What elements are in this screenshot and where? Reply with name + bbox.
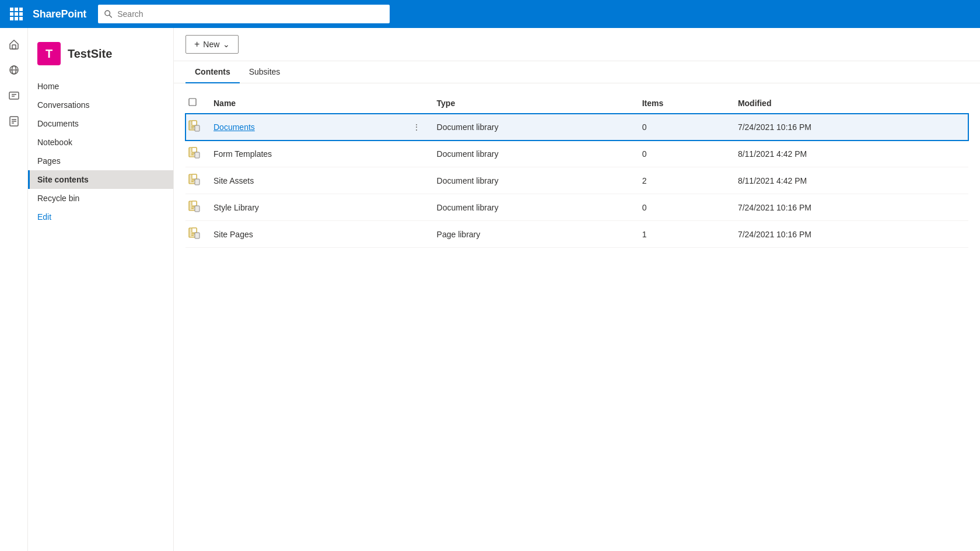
row-type: Document library	[430, 167, 635, 194]
row-items: 1	[635, 221, 731, 248]
row-type-icon	[186, 141, 206, 167]
row-modified: 7/24/2021 10:16 PM	[731, 194, 968, 221]
svg-rect-37	[195, 206, 200, 212]
chevron-down-icon: ⌄	[223, 40, 230, 49]
col-name: Name	[206, 93, 403, 114]
table-row[interactable]: Site AssetsDocument library28/11/2021 4:…	[186, 167, 968, 194]
row-type: Document library	[430, 141, 635, 167]
topbar: SharePoint	[0, 0, 980, 28]
col-items: Items	[635, 93, 731, 114]
table-area: Name Type Items Modified Documents⋮Docum…	[174, 83, 980, 551]
row-actions[interactable]	[403, 221, 430, 248]
waffle-button[interactable]	[7, 5, 26, 23]
row-actions[interactable]	[403, 141, 430, 167]
search-icon	[104, 9, 113, 19]
new-label: New	[203, 40, 219, 49]
row-name[interactable]: Documents	[206, 114, 403, 141]
left-nav: T TestSite Home Conversations Documents …	[28, 28, 174, 551]
row-items: 2	[635, 167, 731, 194]
svg-rect-16	[192, 121, 197, 125]
site-logo: T	[37, 42, 61, 65]
row-type-icon	[186, 167, 206, 194]
search-box[interactable]	[98, 5, 390, 23]
row-name[interactable]: Style Library	[206, 194, 403, 221]
row-type-icon	[186, 221, 206, 248]
nav-item-documents[interactable]: Documents	[28, 114, 173, 133]
sites-rail-icon[interactable]	[2, 58, 26, 82]
row-type: Document library	[430, 114, 635, 141]
svg-rect-22	[192, 148, 197, 152]
row-items: 0	[635, 141, 731, 167]
table-row[interactable]: Style LibraryDocument library07/24/2021 …	[186, 194, 968, 221]
svg-rect-6	[9, 92, 19, 99]
nav-item-home[interactable]: Home	[28, 77, 173, 96]
col-actions	[403, 93, 430, 114]
row-name[interactable]: Form Templates	[206, 141, 403, 167]
news-rail-icon[interactable]	[2, 84, 26, 107]
row-type: Document library	[430, 194, 635, 221]
site-title: TestSite	[68, 47, 112, 61]
svg-rect-40	[192, 228, 197, 233]
col-icon	[186, 93, 206, 114]
nav-item-conversations[interactable]: Conversations	[28, 96, 173, 114]
tabs-bar: Contents Subsites	[174, 61, 980, 83]
row-name[interactable]: Site Pages	[206, 221, 403, 248]
nav-item-pages[interactable]: Pages	[28, 152, 173, 170]
nav-item-site-contents[interactable]: Site contents	[28, 170, 173, 189]
svg-rect-28	[192, 174, 197, 179]
row-actions[interactable]	[403, 167, 430, 194]
row-items: 0	[635, 114, 731, 141]
table-row[interactable]: Site PagesPage library17/24/2021 10:16 P…	[186, 221, 968, 248]
nav-item-edit[interactable]: Edit	[28, 208, 173, 226]
site-header: T TestSite	[28, 33, 173, 77]
nav-item-recycle-bin[interactable]: Recycle bin	[28, 189, 173, 208]
home-rail-icon[interactable]	[2, 33, 26, 56]
svg-rect-34	[192, 201, 197, 206]
svg-rect-43	[195, 233, 200, 238]
contents-table: Name Type Items Modified Documents⋮Docum…	[186, 93, 968, 248]
app-logo: SharePoint	[33, 8, 86, 20]
table-row[interactable]: Form TemplatesDocument library08/11/2021…	[186, 141, 968, 167]
pages-rail-icon[interactable]	[2, 110, 26, 133]
plus-icon: +	[194, 39, 200, 50]
content-area: + New ⌄ Contents Subsites	[174, 28, 980, 551]
row-actions[interactable]: ⋮	[403, 114, 430, 141]
tab-subsites[interactable]: Subsites	[240, 61, 290, 83]
svg-rect-25	[195, 152, 200, 158]
row-items: 0	[635, 194, 731, 221]
tab-contents[interactable]: Contents	[186, 61, 240, 83]
search-input[interactable]	[117, 9, 384, 19]
row-actions[interactable]	[403, 194, 430, 221]
main-layout: T TestSite Home Conversations Documents …	[0, 28, 980, 551]
svg-rect-13	[189, 99, 196, 106]
row-name-link[interactable]: Documents	[214, 122, 255, 132]
row-modified: 8/11/2021 4:42 PM	[731, 167, 968, 194]
svg-rect-19	[195, 125, 200, 131]
row-modified: 7/24/2021 10:16 PM	[731, 114, 968, 141]
icon-rail	[0, 28, 28, 551]
table-row[interactable]: Documents⋮Document library07/24/2021 10:…	[186, 114, 968, 141]
row-modified: 7/24/2021 10:16 PM	[731, 221, 968, 248]
svg-line-1	[110, 15, 112, 17]
nav-item-notebook[interactable]: Notebook	[28, 133, 173, 152]
col-modified: Modified	[731, 93, 968, 114]
toolbar: + New ⌄	[174, 28, 980, 61]
svg-rect-31	[195, 179, 200, 185]
new-button[interactable]: + New ⌄	[186, 35, 239, 54]
more-icon[interactable]: ⋮	[410, 121, 423, 133]
waffle-icon	[10, 8, 23, 20]
row-type-icon	[186, 114, 206, 141]
col-type: Type	[430, 93, 635, 114]
row-name[interactable]: Site Assets	[206, 167, 403, 194]
row-modified: 8/11/2021 4:42 PM	[731, 141, 968, 167]
row-type-icon	[186, 194, 206, 221]
row-type: Page library	[430, 221, 635, 248]
svg-rect-2	[12, 45, 16, 49]
